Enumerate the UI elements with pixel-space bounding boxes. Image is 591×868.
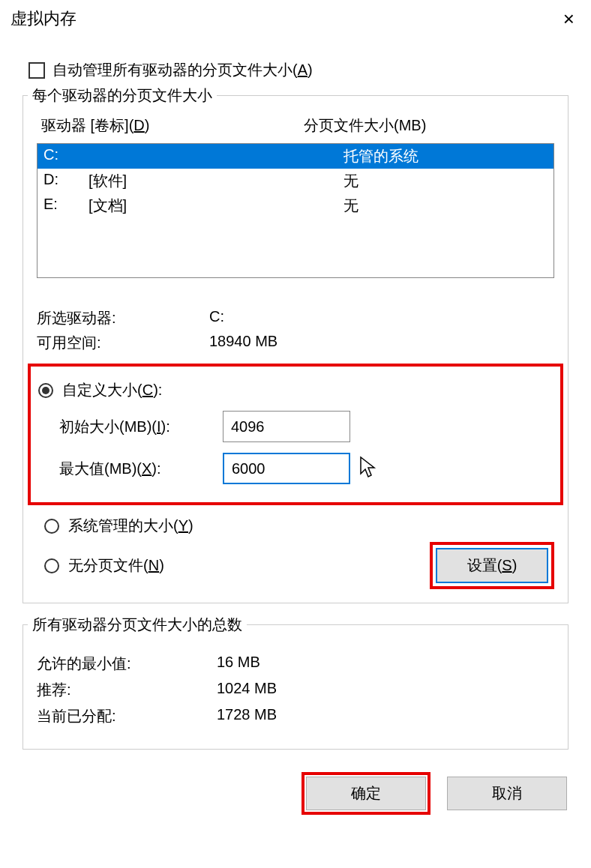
- max-size-input[interactable]: [223, 453, 350, 484]
- allocated-value: 1728 MB: [217, 706, 277, 726]
- list-item[interactable]: E: [文档] 无: [38, 193, 554, 218]
- no-paging-radio-row[interactable]: 无分页文件(N): [44, 555, 164, 576]
- auto-manage-checkbox[interactable]: [28, 62, 45, 79]
- dialog-buttons: 确定 取消: [22, 772, 568, 815]
- auto-manage-row[interactable]: 自动管理所有驱动器的分页文件大小(A): [28, 60, 568, 80]
- dialog-content: 自动管理所有驱动器的分页文件大小(A) 每个驱动器的分页文件大小 驱动器 [卷标…: [0, 37, 591, 830]
- custom-size-radio[interactable]: [38, 383, 53, 398]
- min-allowed-value: 16 MB: [217, 654, 260, 674]
- auto-manage-label: 自动管理所有驱动器的分页文件大小(A): [52, 60, 313, 80]
- free-space-label: 可用空间:: [37, 333, 209, 353]
- cancel-button[interactable]: 取消: [447, 777, 567, 810]
- list-item[interactable]: D: [软件] 无: [38, 169, 554, 193]
- header-size: 分页文件大小(MB): [304, 115, 426, 136]
- max-size-label: 最大值(MB)(X):: [59, 459, 223, 479]
- totals-group-label: 所有驱动器分页文件大小的总数: [28, 615, 247, 635]
- close-icon[interactable]: ×: [557, 7, 580, 31]
- min-allowed-label: 允许的最小值:: [37, 654, 217, 674]
- recommended-label: 推荐:: [37, 680, 217, 700]
- system-managed-label: 系统管理的大小(Y): [68, 516, 194, 536]
- no-paging-radio[interactable]: [44, 558, 59, 573]
- system-managed-radio-row[interactable]: 系统管理的大小(Y): [44, 516, 554, 536]
- no-paging-label: 无分页文件(N): [68, 555, 164, 576]
- selected-drive-value: C:: [209, 308, 224, 328]
- recommended-value: 1024 MB: [217, 680, 277, 700]
- system-managed-radio[interactable]: [44, 519, 59, 534]
- custom-size-highlight: 自定义大小(C): 初始大小(MB)(I): 最大值(MB)(X):: [28, 364, 563, 505]
- initial-size-label: 初始大小(MB)(I):: [59, 417, 223, 437]
- set-button-highlight: 设置(S): [430, 542, 554, 589]
- other-radios: 系统管理的大小(Y) 无分页文件(N) 设置(S): [44, 516, 554, 589]
- allocated-label: 当前已分配:: [37, 706, 217, 726]
- initial-size-input[interactable]: [223, 411, 350, 442]
- set-button[interactable]: 设置(S): [436, 548, 548, 583]
- custom-size-radio-row[interactable]: 自定义大小(C):: [38, 380, 553, 400]
- cursor-icon: [359, 456, 377, 480]
- title-bar: 虚拟内存 ×: [0, 0, 591, 37]
- custom-size-label: 自定义大小(C):: [62, 380, 162, 400]
- list-item[interactable]: C: 托管的系统: [38, 144, 554, 169]
- free-space-value: 18940 MB: [209, 333, 278, 353]
- totals-group: 所有驱动器分页文件大小的总数 允许的最小值: 16 MB 推荐: 1024 MB…: [22, 624, 568, 750]
- drive-list[interactable]: C: 托管的系统 D: [软件] 无 E: [文档] 无: [37, 143, 554, 278]
- per-drive-group: 每个驱动器的分页文件大小 驱动器 [卷标](D) 分页文件大小(MB) C: 托…: [22, 95, 568, 603]
- drive-list-header: 驱动器 [卷标](D) 分页文件大小(MB): [37, 112, 554, 139]
- per-drive-group-label: 每个驱动器的分页文件大小: [28, 85, 217, 106]
- header-drive: 驱动器 [卷标](D): [41, 115, 304, 136]
- selected-drive-label: 所选驱动器:: [37, 308, 209, 328]
- dialog-title: 虚拟内存: [10, 7, 76, 30]
- ok-button-highlight: 确定: [302, 772, 430, 815]
- ok-button[interactable]: 确定: [306, 777, 426, 810]
- drive-info: 所选驱动器: C: 可用空间: 18940 MB: [37, 308, 554, 353]
